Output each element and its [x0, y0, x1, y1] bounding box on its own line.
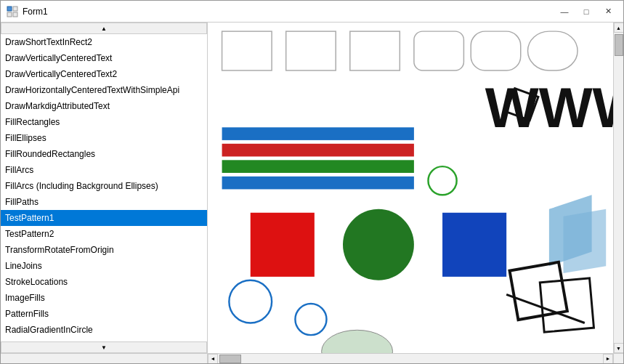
scroll-left-arrow[interactable]: ◄ — [208, 354, 218, 364]
list-item[interactable]: FillEllipses — [1, 130, 207, 146]
svg-rect-7 — [414, 31, 464, 70]
list-item[interactable]: DrawHorizontallyCenteredTextWithSimpleAp… — [1, 82, 207, 98]
canvas-svg: WWW — [208, 23, 613, 353]
svg-marker-21 — [563, 209, 606, 273]
list-item[interactable]: PatternFills — [1, 306, 207, 322]
close-button[interactable]: ✕ — [599, 4, 617, 19]
list-scroll-down[interactable]: ▼ — [1, 341, 207, 353]
svg-rect-8 — [471, 31, 521, 70]
list-item[interactable]: TestPattern1 — [1, 210, 207, 226]
list-item[interactable]: StrokeLocations — [1, 274, 207, 290]
svg-text:WWW: WWW — [485, 76, 613, 139]
svg-rect-9 — [528, 31, 578, 70]
list-item[interactable]: FillPaths — [1, 194, 207, 210]
list-item[interactable]: FillRectangles — [1, 114, 207, 130]
scroll-right-arrow[interactable]: ► — [603, 354, 613, 364]
list-item[interactable]: FillRoundedRectangles — [1, 146, 207, 162]
window-icon — [7, 6, 18, 17]
list-bottom-scroll — [1, 353, 207, 363]
scroll-thumb-horizontal[interactable] — [219, 355, 241, 363]
list-scroll-up[interactable]: ▲ — [1, 23, 207, 34]
svg-rect-24 — [510, 262, 567, 320]
svg-point-27 — [322, 330, 393, 353]
svg-rect-11 — [222, 127, 414, 140]
list-scroll[interactable]: DrawShortTextInRect2DrawVerticallyCenter… — [1, 34, 207, 341]
list-item[interactable]: LineJoins — [1, 258, 207, 274]
svg-point-15 — [428, 166, 456, 195]
canvas-scrollbar-horizontal: ◄ ► — [208, 353, 613, 363]
svg-rect-19 — [442, 213, 506, 277]
svg-rect-1 — [13, 7, 17, 11]
list-item[interactable]: DrawVerticallyCenteredText — [1, 50, 207, 66]
window-controls: — □ ✕ — [555, 4, 617, 19]
canvas-scrollbar-vertical: ▲ ▼ — [613, 23, 623, 353]
list-item[interactable]: DrawShortTextInRect2 — [1, 34, 207, 50]
svg-rect-0 — [7, 7, 12, 11]
svg-rect-13 — [222, 160, 414, 173]
list-item[interactable]: ImageFills — [1, 290, 207, 306]
list-item[interactable]: DrawVerticallyCenteredText2 — [1, 66, 207, 82]
list-panel: ▲ DrawShortTextInRect2DrawVerticallyCent… — [1, 23, 208, 363]
list-item[interactable]: FillArcs — [1, 162, 207, 178]
svg-rect-14 — [222, 177, 414, 190]
content-area: ▲ DrawShortTextInRect2DrawVerticallyCent… — [1, 23, 623, 363]
title-bar: Form1 — □ ✕ — [1, 1, 623, 23]
canvas-content: WWW — [208, 23, 613, 353]
scrollbar-corner — [613, 353, 623, 363]
maximize-button[interactable]: □ — [577, 4, 596, 19]
svg-rect-17 — [251, 213, 315, 277]
svg-point-23 — [295, 304, 326, 335]
svg-rect-4 — [222, 31, 272, 70]
svg-rect-2 — [7, 12, 12, 17]
svg-rect-12 — [222, 144, 414, 157]
main-window: Form1 — □ ✕ ▲ DrawShortTextInRect2DrawVe… — [0, 0, 624, 364]
list-item[interactable]: FillArcs (Including Background Ellipses) — [1, 178, 207, 194]
scroll-down-arrow[interactable]: ▼ — [614, 343, 624, 353]
svg-rect-3 — [13, 12, 17, 17]
canvas-area: WWW — [208, 23, 623, 363]
list-item[interactable]: DrawMarkdigAttributedText — [1, 98, 207, 114]
list-item[interactable]: TransformRotateFromOrigin — [1, 242, 207, 258]
title-bar-left: Form1 — [7, 6, 48, 17]
window-title: Form1 — [23, 7, 48, 17]
list-item[interactable]: RadialGradientInCircle — [1, 322, 207, 338]
scroll-thumb-vertical[interactable] — [615, 34, 623, 56]
scroll-up-arrow[interactable]: ▲ — [614, 23, 624, 33]
list-item[interactable]: TestPattern2 — [1, 226, 207, 242]
svg-rect-6 — [350, 31, 400, 70]
svg-point-22 — [229, 280, 272, 323]
svg-point-18 — [343, 209, 414, 280]
minimize-button[interactable]: — — [555, 4, 574, 19]
svg-rect-5 — [286, 31, 336, 70]
